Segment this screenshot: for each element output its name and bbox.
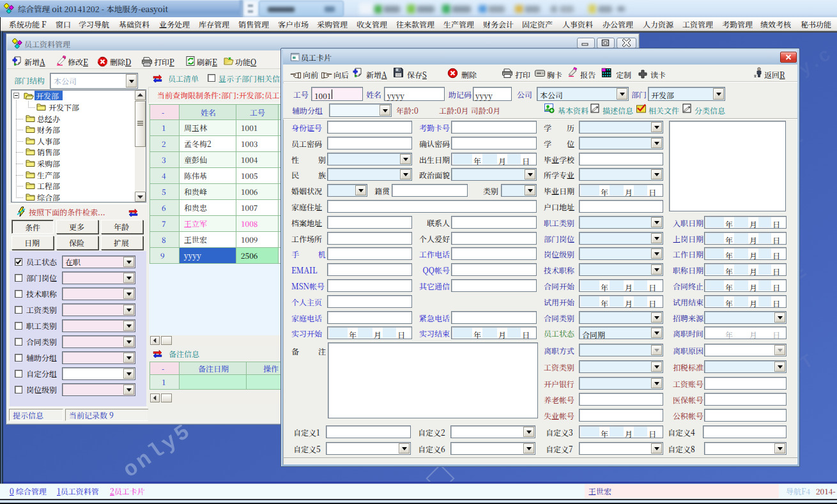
svg-text:only5: only5 bbox=[119, 418, 197, 483]
svg-text:y.c: y.c bbox=[794, 44, 835, 81]
